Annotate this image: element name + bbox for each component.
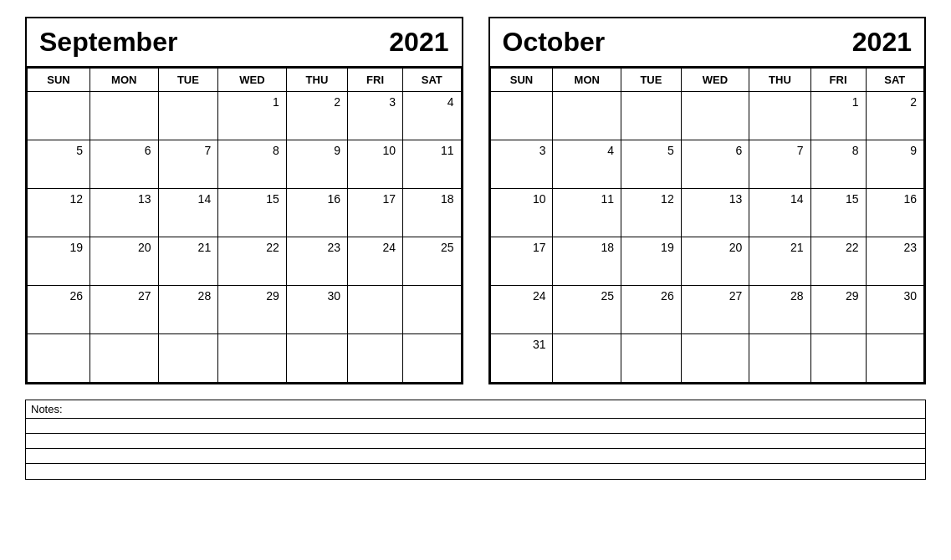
september-day-header: TUE xyxy=(158,69,218,92)
calendar-october: October2021SUNMONTUEWEDTHUFRISAT12345678… xyxy=(488,17,927,384)
september-day-cell: 6 xyxy=(89,140,158,189)
september-day-cell: 17 xyxy=(348,189,403,237)
october-day-cell: 3 xyxy=(490,140,553,189)
september-day-header: THU xyxy=(286,69,347,92)
october-day-cell: 1 xyxy=(810,92,866,140)
september-day-cell: 27 xyxy=(89,286,158,334)
september-week-row: 19202122232425 xyxy=(28,237,462,286)
october-day-cell: 12 xyxy=(621,189,682,237)
notes-line-3[interactable] xyxy=(26,449,925,464)
october-day-cell: 30 xyxy=(866,286,923,334)
september-year: 2021 xyxy=(389,27,448,58)
september-day-cell: 30 xyxy=(286,286,347,334)
october-day-cell xyxy=(621,334,682,383)
september-day-header: FRI xyxy=(348,69,403,92)
september-day-cell xyxy=(218,334,287,383)
september-day-cell: 14 xyxy=(158,189,218,237)
september-day-cell: 22 xyxy=(218,237,287,286)
notes-section: Notes: xyxy=(25,400,926,480)
october-header: October2021 xyxy=(490,18,925,68)
october-grid: SUNMONTUEWEDTHUFRISAT1234567891011121314… xyxy=(490,68,925,383)
september-month: September xyxy=(39,27,177,58)
september-day-cell xyxy=(89,92,158,140)
october-day-cell: 17 xyxy=(490,237,553,286)
october-day-cell: 16 xyxy=(866,189,923,237)
october-day-cell: 2 xyxy=(866,92,923,140)
october-day-cell: 11 xyxy=(553,189,621,237)
october-day-cell: 23 xyxy=(866,237,923,286)
notes-label: Notes: xyxy=(26,400,925,419)
october-day-cell: 21 xyxy=(749,237,810,286)
september-week-row: 1234 xyxy=(28,92,462,140)
september-day-cell: 7 xyxy=(158,140,218,189)
october-day-cell: 27 xyxy=(681,286,749,334)
october-day-cell: 20 xyxy=(681,237,749,286)
september-day-cell: 12 xyxy=(28,189,90,237)
september-day-cell: 28 xyxy=(158,286,218,334)
october-year: 2021 xyxy=(852,27,912,58)
calendar-september: September2021SUNMONTUEWEDTHUFRISAT123456… xyxy=(25,17,463,384)
october-day-cell: 6 xyxy=(681,140,749,189)
october-day-cell: 19 xyxy=(621,237,682,286)
september-day-cell: 21 xyxy=(158,237,218,286)
september-day-cell: 10 xyxy=(348,140,403,189)
september-day-cell xyxy=(286,334,347,383)
october-day-header: SAT xyxy=(866,69,923,92)
september-day-cell: 15 xyxy=(218,189,287,237)
october-week-row: 31 xyxy=(490,334,924,383)
september-day-cell xyxy=(158,334,218,383)
september-day-cell: 19 xyxy=(28,237,90,286)
september-day-cell xyxy=(89,334,158,383)
september-day-cell: 23 xyxy=(286,237,347,286)
october-day-cell xyxy=(749,334,810,383)
october-day-cell: 25 xyxy=(553,286,621,334)
october-day-cell: 22 xyxy=(810,237,866,286)
october-day-cell: 9 xyxy=(866,140,923,189)
september-day-cell xyxy=(348,286,403,334)
october-week-row: 3456789 xyxy=(490,140,924,189)
september-day-cell xyxy=(158,92,218,140)
october-day-cell: 29 xyxy=(810,286,866,334)
october-day-cell: 18 xyxy=(553,237,621,286)
september-week-row: 12131415161718 xyxy=(28,189,462,237)
september-day-cell: 2 xyxy=(286,92,347,140)
september-day-cell: 25 xyxy=(403,237,461,286)
october-day-cell: 5 xyxy=(621,140,682,189)
october-day-header: WED xyxy=(681,69,749,92)
october-month: October xyxy=(503,27,606,58)
september-day-cell: 13 xyxy=(89,189,158,237)
notes-line-1[interactable] xyxy=(26,419,925,434)
october-day-cell: 28 xyxy=(749,286,810,334)
october-day-header: THU xyxy=(749,69,810,92)
october-week-row: 12 xyxy=(490,92,924,140)
september-day-header: SAT xyxy=(403,69,461,92)
september-day-cell: 24 xyxy=(348,237,403,286)
october-day-cell: 24 xyxy=(490,286,553,334)
october-day-cell xyxy=(553,334,621,383)
september-week-row: 567891011 xyxy=(28,140,462,189)
september-header: September2021 xyxy=(27,18,462,68)
october-day-cell: 13 xyxy=(681,189,749,237)
september-day-cell: 9 xyxy=(286,140,347,189)
september-day-cell: 8 xyxy=(218,140,287,189)
notes-line-2[interactable] xyxy=(26,434,925,449)
october-day-cell: 7 xyxy=(749,140,810,189)
october-day-header: MON xyxy=(553,69,621,92)
september-day-cell: 5 xyxy=(28,140,90,189)
september-day-cell: 26 xyxy=(28,286,90,334)
october-week-row: 10111213141516 xyxy=(490,189,924,237)
september-day-cell xyxy=(28,334,90,383)
october-week-row: 17181920212223 xyxy=(490,237,924,286)
october-day-cell: 31 xyxy=(490,334,553,383)
september-day-cell: 20 xyxy=(89,237,158,286)
september-week-row xyxy=(28,334,462,383)
calendars-container: September2021SUNMONTUEWEDTHUFRISAT123456… xyxy=(25,17,926,384)
october-day-cell: 4 xyxy=(553,140,621,189)
october-day-cell xyxy=(866,334,923,383)
september-day-cell: 1 xyxy=(218,92,287,140)
october-week-row: 24252627282930 xyxy=(490,286,924,334)
october-day-cell: 26 xyxy=(621,286,682,334)
october-day-cell xyxy=(810,334,866,383)
september-day-header: MON xyxy=(89,69,158,92)
notes-line-4[interactable] xyxy=(26,464,925,479)
